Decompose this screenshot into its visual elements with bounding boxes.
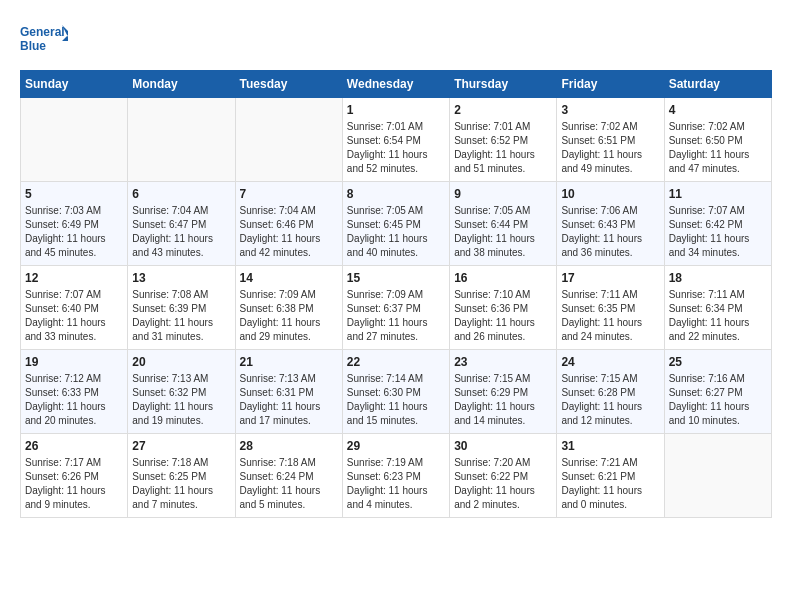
calendar-cell <box>235 98 342 182</box>
day-number: 10 <box>561 187 659 201</box>
calendar-cell: 24Sunrise: 7:15 AM Sunset: 6:28 PM Dayli… <box>557 350 664 434</box>
day-info: Sunrise: 7:18 AM Sunset: 6:24 PM Dayligh… <box>240 456 338 512</box>
calendar-cell: 1Sunrise: 7:01 AM Sunset: 6:54 PM Daylig… <box>342 98 449 182</box>
day-info: Sunrise: 7:15 AM Sunset: 6:28 PM Dayligh… <box>561 372 659 428</box>
day-info: Sunrise: 7:10 AM Sunset: 6:36 PM Dayligh… <box>454 288 552 344</box>
calendar-cell: 6Sunrise: 7:04 AM Sunset: 6:47 PM Daylig… <box>128 182 235 266</box>
day-number: 8 <box>347 187 445 201</box>
day-number: 23 <box>454 355 552 369</box>
calendar-cell <box>128 98 235 182</box>
day-number: 1 <box>347 103 445 117</box>
day-number: 14 <box>240 271 338 285</box>
calendar-cell: 5Sunrise: 7:03 AM Sunset: 6:49 PM Daylig… <box>21 182 128 266</box>
calendar-cell: 11Sunrise: 7:07 AM Sunset: 6:42 PM Dayli… <box>664 182 771 266</box>
day-number: 21 <box>240 355 338 369</box>
day-info: Sunrise: 7:07 AM Sunset: 6:42 PM Dayligh… <box>669 204 767 260</box>
day-info: Sunrise: 7:16 AM Sunset: 6:27 PM Dayligh… <box>669 372 767 428</box>
calendar-cell: 19Sunrise: 7:12 AM Sunset: 6:33 PM Dayli… <box>21 350 128 434</box>
day-info: Sunrise: 7:03 AM Sunset: 6:49 PM Dayligh… <box>25 204 123 260</box>
day-number: 26 <box>25 439 123 453</box>
day-info: Sunrise: 7:01 AM Sunset: 6:54 PM Dayligh… <box>347 120 445 176</box>
calendar-cell: 25Sunrise: 7:16 AM Sunset: 6:27 PM Dayli… <box>664 350 771 434</box>
day-number: 25 <box>669 355 767 369</box>
day-number: 24 <box>561 355 659 369</box>
weekday-header-friday: Friday <box>557 71 664 98</box>
day-number: 13 <box>132 271 230 285</box>
day-info: Sunrise: 7:11 AM Sunset: 6:34 PM Dayligh… <box>669 288 767 344</box>
day-info: Sunrise: 7:04 AM Sunset: 6:46 PM Dayligh… <box>240 204 338 260</box>
svg-text:General: General <box>20 25 65 39</box>
calendar-cell: 7Sunrise: 7:04 AM Sunset: 6:46 PM Daylig… <box>235 182 342 266</box>
calendar-cell: 2Sunrise: 7:01 AM Sunset: 6:52 PM Daylig… <box>450 98 557 182</box>
calendar-cell: 20Sunrise: 7:13 AM Sunset: 6:32 PM Dayli… <box>128 350 235 434</box>
day-info: Sunrise: 7:14 AM Sunset: 6:30 PM Dayligh… <box>347 372 445 428</box>
day-number: 27 <box>132 439 230 453</box>
calendar-cell: 28Sunrise: 7:18 AM Sunset: 6:24 PM Dayli… <box>235 434 342 518</box>
day-info: Sunrise: 7:18 AM Sunset: 6:25 PM Dayligh… <box>132 456 230 512</box>
day-info: Sunrise: 7:08 AM Sunset: 6:39 PM Dayligh… <box>132 288 230 344</box>
calendar-cell: 31Sunrise: 7:21 AM Sunset: 6:21 PM Dayli… <box>557 434 664 518</box>
day-number: 31 <box>561 439 659 453</box>
page-header: General Blue <box>20 20 772 60</box>
day-number: 20 <box>132 355 230 369</box>
calendar-cell: 13Sunrise: 7:08 AM Sunset: 6:39 PM Dayli… <box>128 266 235 350</box>
day-number: 17 <box>561 271 659 285</box>
day-number: 16 <box>454 271 552 285</box>
day-info: Sunrise: 7:07 AM Sunset: 6:40 PM Dayligh… <box>25 288 123 344</box>
week-row-5: 26Sunrise: 7:17 AM Sunset: 6:26 PM Dayli… <box>21 434 772 518</box>
weekday-header-wednesday: Wednesday <box>342 71 449 98</box>
calendar-cell: 22Sunrise: 7:14 AM Sunset: 6:30 PM Dayli… <box>342 350 449 434</box>
calendar-cell: 8Sunrise: 7:05 AM Sunset: 6:45 PM Daylig… <box>342 182 449 266</box>
calendar-cell: 9Sunrise: 7:05 AM Sunset: 6:44 PM Daylig… <box>450 182 557 266</box>
calendar-cell: 10Sunrise: 7:06 AM Sunset: 6:43 PM Dayli… <box>557 182 664 266</box>
day-info: Sunrise: 7:09 AM Sunset: 6:38 PM Dayligh… <box>240 288 338 344</box>
day-info: Sunrise: 7:01 AM Sunset: 6:52 PM Dayligh… <box>454 120 552 176</box>
calendar-cell: 12Sunrise: 7:07 AM Sunset: 6:40 PM Dayli… <box>21 266 128 350</box>
day-number: 9 <box>454 187 552 201</box>
day-number: 12 <box>25 271 123 285</box>
day-info: Sunrise: 7:09 AM Sunset: 6:37 PM Dayligh… <box>347 288 445 344</box>
calendar-cell: 26Sunrise: 7:17 AM Sunset: 6:26 PM Dayli… <box>21 434 128 518</box>
day-number: 15 <box>347 271 445 285</box>
calendar-cell <box>21 98 128 182</box>
day-info: Sunrise: 7:13 AM Sunset: 6:32 PM Dayligh… <box>132 372 230 428</box>
day-info: Sunrise: 7:06 AM Sunset: 6:43 PM Dayligh… <box>561 204 659 260</box>
day-number: 22 <box>347 355 445 369</box>
calendar-cell: 21Sunrise: 7:13 AM Sunset: 6:31 PM Dayli… <box>235 350 342 434</box>
day-number: 4 <box>669 103 767 117</box>
week-row-3: 12Sunrise: 7:07 AM Sunset: 6:40 PM Dayli… <box>21 266 772 350</box>
svg-text:Blue: Blue <box>20 39 46 53</box>
day-number: 30 <box>454 439 552 453</box>
day-number: 19 <box>25 355 123 369</box>
day-info: Sunrise: 7:15 AM Sunset: 6:29 PM Dayligh… <box>454 372 552 428</box>
day-number: 28 <box>240 439 338 453</box>
day-number: 11 <box>669 187 767 201</box>
day-info: Sunrise: 7:04 AM Sunset: 6:47 PM Dayligh… <box>132 204 230 260</box>
day-info: Sunrise: 7:05 AM Sunset: 6:44 PM Dayligh… <box>454 204 552 260</box>
calendar-cell: 29Sunrise: 7:19 AM Sunset: 6:23 PM Dayli… <box>342 434 449 518</box>
calendar-cell: 27Sunrise: 7:18 AM Sunset: 6:25 PM Dayli… <box>128 434 235 518</box>
weekday-header-monday: Monday <box>128 71 235 98</box>
day-info: Sunrise: 7:02 AM Sunset: 6:50 PM Dayligh… <box>669 120 767 176</box>
week-row-4: 19Sunrise: 7:12 AM Sunset: 6:33 PM Dayli… <box>21 350 772 434</box>
day-info: Sunrise: 7:05 AM Sunset: 6:45 PM Dayligh… <box>347 204 445 260</box>
calendar-cell: 4Sunrise: 7:02 AM Sunset: 6:50 PM Daylig… <box>664 98 771 182</box>
week-row-1: 1Sunrise: 7:01 AM Sunset: 6:54 PM Daylig… <box>21 98 772 182</box>
calendar-cell: 15Sunrise: 7:09 AM Sunset: 6:37 PM Dayli… <box>342 266 449 350</box>
calendar-cell: 30Sunrise: 7:20 AM Sunset: 6:22 PM Dayli… <box>450 434 557 518</box>
calendar-cell: 23Sunrise: 7:15 AM Sunset: 6:29 PM Dayli… <box>450 350 557 434</box>
calendar-cell: 17Sunrise: 7:11 AM Sunset: 6:35 PM Dayli… <box>557 266 664 350</box>
day-info: Sunrise: 7:02 AM Sunset: 6:51 PM Dayligh… <box>561 120 659 176</box>
day-info: Sunrise: 7:13 AM Sunset: 6:31 PM Dayligh… <box>240 372 338 428</box>
calendar-cell: 18Sunrise: 7:11 AM Sunset: 6:34 PM Dayli… <box>664 266 771 350</box>
weekday-header-saturday: Saturday <box>664 71 771 98</box>
day-info: Sunrise: 7:17 AM Sunset: 6:26 PM Dayligh… <box>25 456 123 512</box>
calendar-cell <box>664 434 771 518</box>
day-number: 7 <box>240 187 338 201</box>
logo-svg: General Blue <box>20 20 68 60</box>
calendar-cell: 3Sunrise: 7:02 AM Sunset: 6:51 PM Daylig… <box>557 98 664 182</box>
day-info: Sunrise: 7:12 AM Sunset: 6:33 PM Dayligh… <box>25 372 123 428</box>
week-row-2: 5Sunrise: 7:03 AM Sunset: 6:49 PM Daylig… <box>21 182 772 266</box>
day-number: 6 <box>132 187 230 201</box>
weekday-header-sunday: Sunday <box>21 71 128 98</box>
